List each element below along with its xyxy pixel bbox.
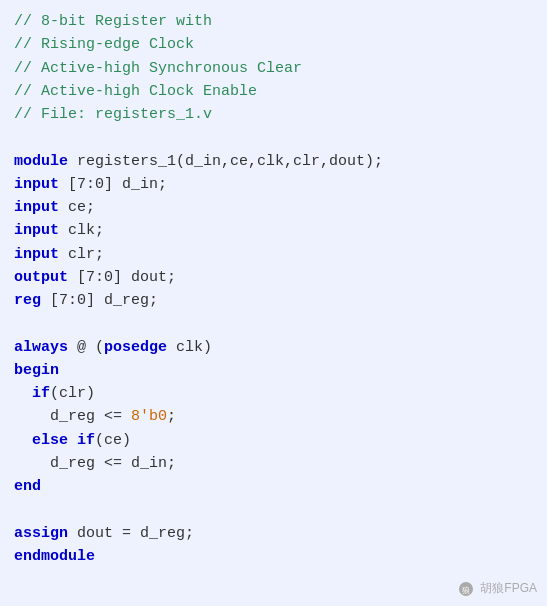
code-line-17: if(clr) bbox=[14, 382, 533, 405]
code-line-21: end bbox=[14, 475, 533, 498]
code-line-4: // Active-high Clock Enable bbox=[14, 80, 533, 103]
code-line-19: else if(ce) bbox=[14, 429, 533, 452]
watermark-text: 胡狼FPGA bbox=[480, 581, 537, 595]
svg-text:狼: 狼 bbox=[462, 586, 470, 595]
watermark: 狼 胡狼FPGA bbox=[458, 579, 537, 598]
code-line-3: // Active-high Synchronous Clear bbox=[14, 57, 533, 80]
code-line-11: input clr; bbox=[14, 243, 533, 266]
code-line-20: d_reg <= d_in; bbox=[14, 452, 533, 475]
code-line-9: input ce; bbox=[14, 196, 533, 219]
code-line-22 bbox=[14, 498, 533, 521]
code-line-13: reg [7:0] d_reg; bbox=[14, 289, 533, 312]
code-line-1: // 8-bit Register with bbox=[14, 10, 533, 33]
code-container: // 8-bit Register with // Rising-edge Cl… bbox=[0, 0, 547, 606]
watermark-icon: 狼 bbox=[458, 581, 474, 597]
code-line-2: // Rising-edge Clock bbox=[14, 33, 533, 56]
code-line-24: endmodule bbox=[14, 545, 533, 568]
code-line-14 bbox=[14, 312, 533, 335]
code-line-8: input [7:0] d_in; bbox=[14, 173, 533, 196]
code-line-7: module registers_1(d_in,ce,clk,clr,dout)… bbox=[14, 150, 533, 173]
code-line-16: begin bbox=[14, 359, 533, 382]
code-line-5: // File: registers_1.v bbox=[14, 103, 533, 126]
code-line-10: input clk; bbox=[14, 219, 533, 242]
code-line-23: assign dout = d_reg; bbox=[14, 522, 533, 545]
code-line-12: output [7:0] dout; bbox=[14, 266, 533, 289]
code-line-15: always @ (posedge clk) bbox=[14, 336, 533, 359]
code-line-6 bbox=[14, 126, 533, 149]
code-line-18: d_reg <= 8'b0; bbox=[14, 405, 533, 428]
